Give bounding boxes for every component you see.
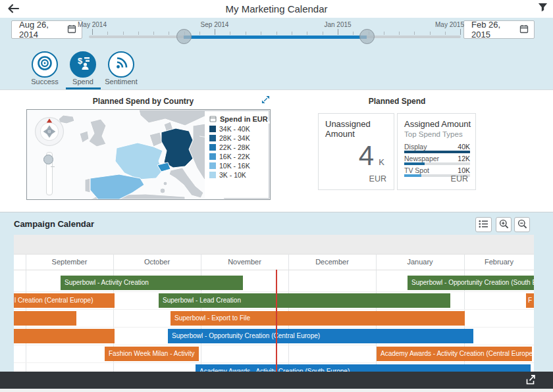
slider-minor-tick bbox=[353, 32, 354, 35]
slider-minor-tick bbox=[261, 32, 261, 35]
share-button[interactable] bbox=[523, 374, 537, 387]
gantt-bar[interactable]: Superbowl - Lead Creation bbox=[159, 293, 450, 308]
legend-range-label: 34K - 40K bbox=[219, 125, 250, 133]
target-icon bbox=[36, 55, 53, 74]
spend-icon: $ bbox=[74, 55, 92, 74]
slider-axis-label: Sep 2014 bbox=[195, 21, 234, 28]
unassigned-amount-tile[interactable]: Unassigned Amount 4 K EUR bbox=[318, 113, 394, 190]
slider-handle-end[interactable] bbox=[359, 29, 375, 44]
filter-icon bbox=[538, 3, 548, 14]
gantt-bar[interactable] bbox=[14, 311, 76, 326]
planned-spend-title: Planned Spend bbox=[319, 97, 475, 106]
slider-minor-tick bbox=[153, 32, 154, 35]
spend-type-fill bbox=[404, 174, 421, 177]
gantt-row-divider bbox=[14, 327, 534, 328]
legend-collapse-icon[interactable] bbox=[209, 115, 217, 124]
slider-handle-start[interactable] bbox=[176, 29, 192, 44]
slider-minor-tick bbox=[414, 32, 415, 35]
legend-range-label: 3K - 10K bbox=[219, 171, 246, 179]
legend-list-button[interactable] bbox=[475, 217, 492, 232]
spend-type-value: 10K bbox=[458, 166, 470, 174]
slider-major-tick bbox=[338, 29, 338, 35]
slider-axis-label: May 2014 bbox=[72, 21, 112, 28]
month-label: December bbox=[288, 254, 376, 270]
slider-minor-tick bbox=[169, 32, 169, 35]
slider-major-tick bbox=[215, 29, 215, 35]
legend-item: 34K - 40K bbox=[209, 124, 269, 134]
expand-map-button[interactable] bbox=[261, 96, 270, 105]
gantt-bar[interactable]: l Creation (Central Europe) bbox=[14, 293, 115, 308]
campaign-gantt-chart: SeptemberOctoberNovemberDecemberJanuaryF… bbox=[14, 235, 534, 372]
gantt-bar[interactable]: Academy Awards - Activity Creation (Cent… bbox=[377, 347, 532, 361]
gantt-header-divider bbox=[14, 270, 534, 270]
campaign-calendar-title: Campaign Calendar bbox=[14, 219, 94, 229]
gantt-row-divider bbox=[14, 291, 534, 292]
legend-swatch bbox=[209, 135, 216, 141]
legend-item: 28K - 34K bbox=[209, 134, 269, 143]
spend-type-row: Display40K bbox=[404, 143, 470, 155]
legend-swatch bbox=[209, 144, 216, 151]
assigned-currency: EUR bbox=[451, 174, 468, 184]
spend-type-row: Newspaper12K bbox=[404, 155, 470, 166]
month-label: February bbox=[464, 254, 534, 270]
app-window: My Marketing Calendar Aug 26, 2014 Feb 2… bbox=[0, 0, 553, 392]
map-zoom-knob[interactable] bbox=[43, 155, 53, 164]
filter-button[interactable] bbox=[536, 3, 549, 14]
gantt-bar[interactable]: Superbowl - Opportunity Creation (South … bbox=[408, 276, 534, 290]
gantt-bar[interactable]: Superbowl - Opportunity Creation (Centra… bbox=[168, 329, 473, 343]
gantt-bar[interactable]: F bbox=[526, 293, 534, 308]
gantt-bar[interactable]: Superbowl - Export to File bbox=[171, 311, 465, 326]
top-spend-types-label: Top Spend Types bbox=[398, 129, 475, 138]
gantt-bar[interactable]: Fashion Week Milan - Activity bbox=[105, 347, 199, 361]
unassigned-amount-label: Unassigned Amount bbox=[319, 114, 394, 139]
legend-title-row: Spend in EUR bbox=[209, 114, 269, 124]
slider-major-tick bbox=[460, 29, 461, 35]
slider-minor-tick bbox=[138, 32, 139, 35]
slider-minor-tick bbox=[107, 32, 108, 35]
spend-type-name: TV Spot bbox=[404, 166, 429, 174]
map-compass-control[interactable] bbox=[34, 116, 65, 149]
spend-type-value: 12K bbox=[458, 155, 470, 162]
legend-swatch bbox=[209, 126, 216, 132]
back-button[interactable] bbox=[5, 2, 21, 16]
svg-text:$: $ bbox=[78, 56, 83, 66]
legend-range-label: 16K - 22K bbox=[219, 153, 250, 160]
gantt-bar[interactable] bbox=[14, 329, 115, 343]
tab-success[interactable] bbox=[32, 51, 58, 78]
slider-axis-label: Jan 2015 bbox=[318, 21, 357, 28]
map-zoom-tick bbox=[51, 166, 55, 167]
gantt-bar[interactable]: Superbowl - Activity Creation bbox=[61, 276, 243, 290]
gantt-bar[interactable]: Academy Awards - Activity Creation (Sout… bbox=[196, 364, 531, 372]
time-range-slider[interactable]: May 2014Sep 2014Jan 2015May 2015 bbox=[0, 18, 553, 46]
gantt-row-divider bbox=[14, 309, 534, 310]
spend-type-name: Display bbox=[404, 143, 427, 151]
legend-range-label: 28K - 34K bbox=[219, 134, 250, 142]
tab-sentiment[interactable] bbox=[108, 51, 134, 78]
footer-bar bbox=[0, 372, 553, 389]
spend-type-fill bbox=[404, 162, 425, 165]
zoom-in-icon bbox=[499, 219, 509, 231]
spend-type-bars: Display40KNewspaper12KTV Spot10K bbox=[404, 143, 470, 178]
spend-map[interactable]: Spend in EUR 34K - 40K28K - 34K22K - 28K… bbox=[26, 109, 271, 200]
slider-major-tick bbox=[92, 29, 93, 35]
unassigned-currency: EUR bbox=[369, 174, 386, 184]
zoom-in-button[interactable] bbox=[496, 217, 512, 232]
slider-minor-tick bbox=[307, 32, 307, 35]
slider-minor-tick bbox=[399, 32, 400, 35]
back-arrow-icon bbox=[7, 3, 20, 16]
zoom-out-button[interactable] bbox=[514, 217, 530, 232]
legend-range-label: 22K - 28K bbox=[219, 143, 250, 151]
today-marker-line bbox=[276, 270, 277, 372]
legend-item: 3K - 10K bbox=[209, 170, 269, 180]
expand-icon bbox=[261, 95, 270, 106]
assigned-amount-tile[interactable]: Assigned Amount Top Spend Types Display4… bbox=[397, 113, 476, 190]
slider-minor-tick bbox=[384, 32, 384, 35]
tab-spend[interactable]: $ bbox=[70, 51, 96, 78]
assigned-amount-label: Assigned Amount bbox=[398, 114, 475, 129]
legend-swatch bbox=[209, 153, 216, 160]
slider-minor-tick bbox=[292, 32, 292, 35]
slider-minor-tick bbox=[123, 32, 124, 35]
spend-by-country-title: Planned Spend by Country bbox=[26, 97, 260, 106]
slider-selected-range bbox=[184, 36, 367, 39]
slider-axis-label: May 2015 bbox=[430, 21, 469, 28]
